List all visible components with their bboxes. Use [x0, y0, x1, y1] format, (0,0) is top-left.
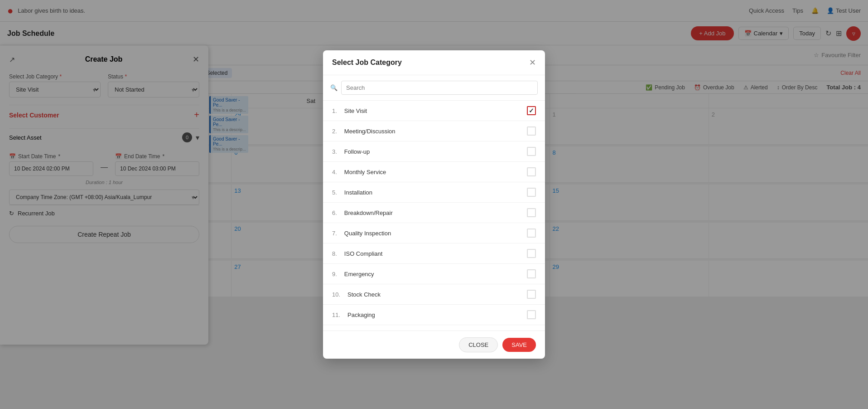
modal-item-checkbox-6[interactable]	[527, 229, 536, 238]
modal-item-checkbox-8[interactable]	[527, 269, 536, 278]
modal-header: Select Job Category ✕	[323, 50, 545, 75]
modal-list-item[interactable]: 6. Breakdown/Repair	[323, 203, 545, 223]
modal-item-label-5: Breakdown/Repair	[344, 209, 393, 216]
modal-title: Select Job Category	[332, 58, 402, 67]
modal-search-input[interactable]	[341, 81, 538, 95]
modal-item-num-4: 5.	[332, 189, 337, 196]
select-job-category-modal: Select Job Category ✕ 🔍 1. Site Visit 2.…	[323, 50, 545, 359]
modal-close-button[interactable]: ✕	[529, 58, 536, 68]
modal-item-label-6: Quality Inspection	[344, 230, 391, 237]
modal-close-btn[interactable]: CLOSE	[459, 337, 498, 352]
modal-list-item[interactable]: 10. Stock Check	[323, 284, 545, 305]
modal-search-area: 🔍	[323, 75, 545, 101]
modal-list-item[interactable]: 3. Follow-up	[323, 141, 545, 162]
modal-list-item[interactable]: 9. Emergency	[323, 264, 545, 284]
modal-list-item[interactable]: 1. Site Visit	[323, 101, 545, 121]
modal-save-btn[interactable]: SAVE	[502, 338, 536, 352]
modal-list-item[interactable]: 11. Packaging	[323, 305, 545, 325]
modal-list-item[interactable]: 8. ISO Compliant	[323, 243, 545, 264]
modal-item-checkbox-7[interactable]	[527, 249, 536, 258]
modal-item-checkbox-3[interactable]	[527, 167, 536, 176]
modal-list-item[interactable]: 2. Meeting/Discussion	[323, 121, 545, 141]
modal-item-checkbox-10[interactable]	[527, 310, 536, 319]
modal-item-num-9: 10.	[332, 291, 340, 298]
modal-item-num-3: 4.	[332, 169, 337, 175]
modal-item-label-9: Stock Check	[347, 291, 381, 298]
modal-item-checkbox-9[interactable]	[527, 290, 536, 299]
modal-items-list: 1. Site Visit 2. Meeting/Discussion 3. F…	[323, 101, 545, 331]
modal-item-num-6: 7.	[332, 230, 337, 237]
modal-item-label-3: Monthly Service	[344, 169, 386, 175]
modal-item-num-10: 11.	[332, 312, 340, 318]
modal-item-label-1: Meeting/Discussion	[344, 128, 395, 135]
modal-item-label-8: Emergency	[344, 271, 374, 278]
modal-item-checkbox-2[interactable]	[527, 147, 536, 156]
modal-search-icon: 🔍	[330, 84, 338, 91]
modal-item-num-0: 1.	[332, 107, 337, 114]
modal-list-item[interactable]: 12. Delivery	[323, 325, 545, 331]
modal-item-checkbox-1[interactable]	[527, 127, 536, 136]
modal-item-num-2: 3.	[332, 148, 337, 155]
modal-item-num-8: 9.	[332, 271, 337, 278]
modal-item-checkbox-5[interactable]	[527, 208, 536, 217]
modal-list-item[interactable]: 4. Monthly Service	[323, 162, 545, 182]
modal-item-checkbox-4[interactable]	[527, 188, 536, 197]
modal-footer: CLOSE SAVE	[323, 331, 545, 359]
modal-item-num-1: 2.	[332, 128, 337, 135]
modal-item-checkbox-0[interactable]	[527, 106, 536, 115]
modal-list-item[interactable]: 7. Quality Inspection	[323, 223, 545, 243]
modal-item-num-7: 8.	[332, 250, 337, 257]
modal-item-label-0: Site Visit	[344, 107, 367, 114]
modal-item-label-4: Installation	[344, 189, 372, 196]
modal-item-label-7: ISO Compliant	[344, 250, 383, 257]
modal-item-num-5: 6.	[332, 209, 337, 216]
modal-list-item[interactable]: 5. Installation	[323, 182, 545, 203]
modal-item-label-10: Packaging	[347, 312, 375, 318]
modal-item-label-2: Follow-up	[344, 148, 370, 155]
